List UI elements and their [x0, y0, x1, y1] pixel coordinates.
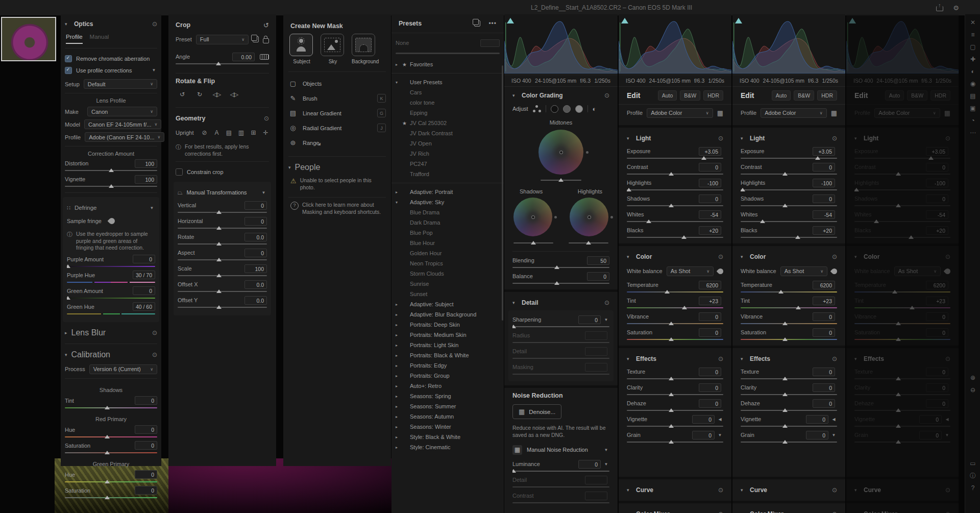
preset-item[interactable]: ▸ Seasons: Summer [391, 401, 504, 411]
edit-mode-button[interactable]: B&W [680, 90, 700, 101]
value-box[interactable]: -100 [813, 179, 835, 187]
slider-track[interactable] [65, 495, 157, 500]
tree-arrow-icon[interactable]: ▸ [396, 302, 402, 307]
slider-track[interactable] [65, 405, 157, 410]
eye-icon[interactable]: ⊙ [718, 135, 723, 142]
profile-dropdown[interactable]: Adobe Color∨ [874, 108, 940, 118]
eye-icon[interactable]: ⊙ [718, 486, 723, 494]
value-box[interactable]: 0 [699, 163, 721, 172]
slider-handle[interactable] [105, 480, 110, 483]
reset-icon[interactable]: ↺ [263, 21, 269, 29]
slider-handle[interactable] [105, 406, 110, 409]
eye-icon[interactable]: ⊙ [604, 92, 609, 99]
slider-handle[interactable] [554, 281, 559, 285]
eye-icon[interactable]: ⊙ [718, 355, 723, 362]
shadow-clipping-icon[interactable] [507, 18, 514, 23]
slider-track[interactable] [741, 376, 837, 381]
preset-item[interactable]: ▸ ★ Favorites [391, 59, 504, 69]
eye-icon[interactable]: ⊙ [264, 115, 269, 122]
edit-sliders-icon[interactable]: ≡ [965, 29, 980, 41]
value-box[interactable]: -54 [813, 210, 835, 219]
effects-header[interactable]: ▾ Effects ⊙ [741, 352, 837, 365]
preset-item[interactable]: ▾ Adaptive: Sky [391, 197, 504, 207]
eye-icon[interactable]: ⊙ [152, 351, 157, 358]
slider-handle[interactable] [682, 306, 687, 309]
midtones-wheel-icon[interactable] [563, 105, 571, 113]
slider-track[interactable] [741, 424, 837, 428]
crop-preset-dropdown[interactable]: Full∨ [196, 35, 249, 44]
collapse-arrow-icon[interactable]: ▼ [149, 206, 155, 210]
slider-track[interactable] [512, 324, 609, 329]
eyedropper-icon[interactable] [717, 267, 725, 275]
mask-tile[interactable]: Background [352, 34, 376, 64]
edit-mode-button[interactable]: HDR [817, 90, 837, 101]
slider-handle[interactable] [669, 377, 674, 380]
value-box[interactable]: 0 [692, 431, 715, 439]
collapsed-section-header[interactable]: ▾ Curve ⊙ [627, 483, 723, 497]
slider-track[interactable] [627, 203, 723, 208]
slider-handle[interactable] [782, 440, 788, 444]
slider-handle[interactable] [109, 168, 114, 172]
value-box[interactable]: 0 [813, 383, 835, 392]
slider-track[interactable] [627, 392, 723, 397]
shadows-luminance-slider[interactable] [513, 240, 553, 245]
slider-handle[interactable] [669, 322, 674, 325]
slider-handle[interactable] [896, 393, 901, 396]
mask-tile[interactable]: Subject [289, 34, 314, 64]
value-box[interactable] [585, 363, 607, 372]
flip-horizontal-icon[interactable]: ◁▷ [210, 89, 223, 100]
slider-handle[interactable] [782, 337, 788, 341]
slider-handle[interactable] [105, 451, 110, 454]
value-box[interactable]: 6200 [699, 281, 721, 289]
value-box[interactable]: 100 [244, 264, 267, 273]
slider-track[interactable] [627, 172, 723, 176]
value-box[interactable]: 0 [699, 399, 721, 408]
slider-handle[interactable] [909, 235, 914, 239]
slider-handle[interactable] [896, 377, 901, 380]
tree-arrow-icon[interactable]: ▸ [396, 323, 402, 327]
tree-arrow-icon[interactable]: ▸ [396, 404, 402, 409]
compare-icon[interactable]: ▭ [965, 457, 980, 470]
value-box[interactable]: 100 [135, 175, 157, 184]
eyedropper-icon[interactable] [107, 217, 116, 226]
histogram[interactable] [846, 14, 959, 75]
star-icon[interactable]: ★ [402, 62, 410, 67]
slider-handle[interactable] [701, 156, 706, 160]
star-icon[interactable]: ★ [402, 120, 410, 126]
preset-item[interactable]: ★ JV Cal 250302 [391, 118, 504, 128]
eye-icon[interactable]: ⊙ [718, 510, 723, 513]
tree-arrow-icon[interactable]: ▸ [396, 312, 402, 317]
value-box[interactable]: 0 [135, 470, 157, 479]
preset-item[interactable]: ▸ Style: Black & White [391, 432, 504, 442]
slider-handle[interactable] [67, 264, 70, 268]
value-box[interactable]: +3.05 [699, 147, 721, 156]
highlights-luminance-slider[interactable] [569, 240, 608, 245]
slider-handle[interactable] [216, 62, 221, 65]
expand-icon[interactable]: ◀ [944, 417, 950, 422]
expand-icon[interactable]: ▼ [944, 433, 950, 437]
preset-item[interactable] [391, 183, 504, 183]
preset-item[interactable]: Epping [391, 108, 504, 118]
zoom-out-icon[interactable]: ⊖ [965, 384, 980, 396]
slider-handle[interactable] [896, 204, 901, 207]
value-box[interactable]: 0 [699, 328, 721, 337]
collapse-arrow-icon[interactable]: ▼ [260, 190, 267, 195]
upright-off[interactable]: ⊘ [199, 128, 210, 138]
wheel-handle[interactable] [554, 216, 557, 218]
tree-arrow-icon[interactable]: ▸ [396, 333, 402, 337]
slider-handle[interactable] [669, 204, 674, 207]
slider-track[interactable] [65, 434, 157, 439]
slider-handle[interactable] [854, 188, 859, 191]
slider-handle[interactable] [795, 235, 800, 239]
slider-track[interactable] [741, 337, 837, 341]
histogram[interactable] [732, 14, 845, 75]
versions-icon[interactable]: ▣ [965, 102, 980, 114]
value-box[interactable]: +20 [699, 226, 721, 235]
value-box[interactable]: 0 [244, 217, 267, 226]
preset-item[interactable]: ▸ Adaptive: Portrait [391, 187, 504, 197]
slider-handle[interactable] [896, 408, 901, 412]
slider-track[interactable] [65, 168, 157, 173]
slider-track[interactable] [741, 439, 837, 444]
filmstrip-thumbnail[interactable] [1, 17, 56, 61]
value-box[interactable]: 0 [926, 328, 948, 337]
